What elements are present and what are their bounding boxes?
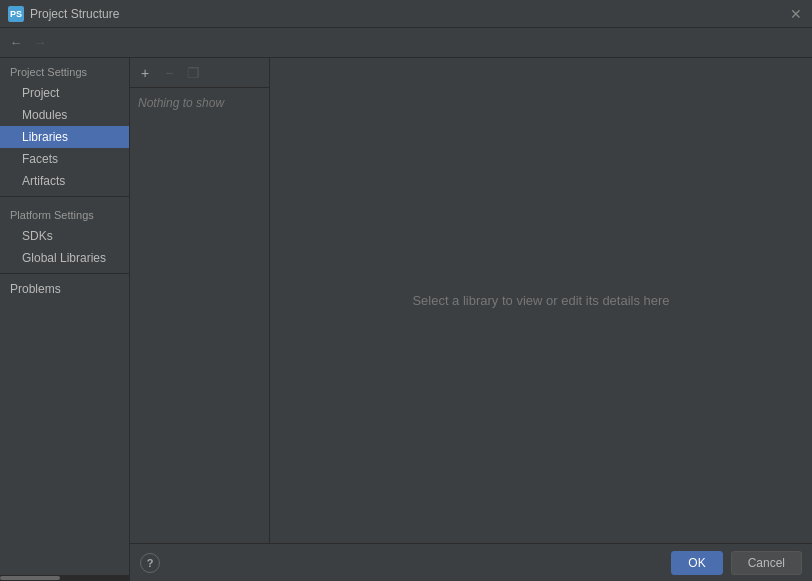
help-button[interactable]: ? [140, 553, 160, 573]
full-content: Project Settings Project Modules Librari… [0, 58, 812, 581]
sidebar-scrollbar-thumb[interactable] [0, 576, 60, 580]
ok-button[interactable]: OK [671, 551, 722, 575]
library-list-content: Nothing to show [130, 88, 269, 543]
remove-button[interactable]: − [158, 62, 180, 84]
sidebar-item-sdks[interactable]: SDKs [0, 225, 129, 247]
platform-settings-header: Platform Settings [0, 201, 129, 225]
library-list-toolbar: + − ❐ [130, 58, 269, 88]
sidebar-divider-2 [0, 273, 129, 274]
window-title: Project Structure [30, 7, 119, 21]
sidebar-item-project[interactable]: Project [0, 82, 129, 104]
sidebar-item-global-libraries[interactable]: Global Libraries [0, 247, 129, 269]
copy-button[interactable]: ❐ [182, 62, 204, 84]
library-list-panel: + − ❐ Nothing to show [130, 58, 270, 543]
detail-hint: Select a library to view or edit its det… [412, 293, 669, 308]
nav-bar: ← → [0, 28, 812, 58]
title-bar-left: PS Project Structure [8, 6, 119, 22]
library-detail-panel: Select a library to view or edit its det… [270, 58, 812, 543]
title-bar: PS Project Structure ✕ [0, 0, 812, 28]
sidebar-item-problems[interactable]: Problems [0, 278, 129, 300]
sidebar-item-facets[interactable]: Facets [0, 148, 129, 170]
app-icon: PS [8, 6, 24, 22]
back-button[interactable]: ← [6, 33, 26, 53]
sidebar-item-artifacts[interactable]: Artifacts [0, 170, 129, 192]
sidebar-item-libraries[interactable]: Libraries [0, 126, 129, 148]
sidebar: Project Settings Project Modules Librari… [0, 58, 130, 581]
bottom-bar: ? OK Cancel [130, 543, 812, 581]
bottom-bar-left: ? [140, 553, 160, 573]
sidebar-divider [0, 196, 129, 197]
sidebar-item-modules[interactable]: Modules [0, 104, 129, 126]
forward-button[interactable]: → [30, 33, 50, 53]
cancel-button[interactable]: Cancel [731, 551, 802, 575]
close-button[interactable]: ✕ [788, 6, 804, 22]
add-button[interactable]: + [134, 62, 156, 84]
main-panel: + − ❐ Nothing to show Select a library t… [130, 58, 812, 581]
nothing-to-show-label: Nothing to show [138, 96, 224, 110]
project-settings-header: Project Settings [0, 58, 129, 82]
sidebar-scrollbar[interactable] [0, 575, 129, 581]
main-layout: ← → Project Settings Project Modules Lib… [0, 28, 812, 581]
bottom-bar-right: OK Cancel [671, 551, 802, 575]
